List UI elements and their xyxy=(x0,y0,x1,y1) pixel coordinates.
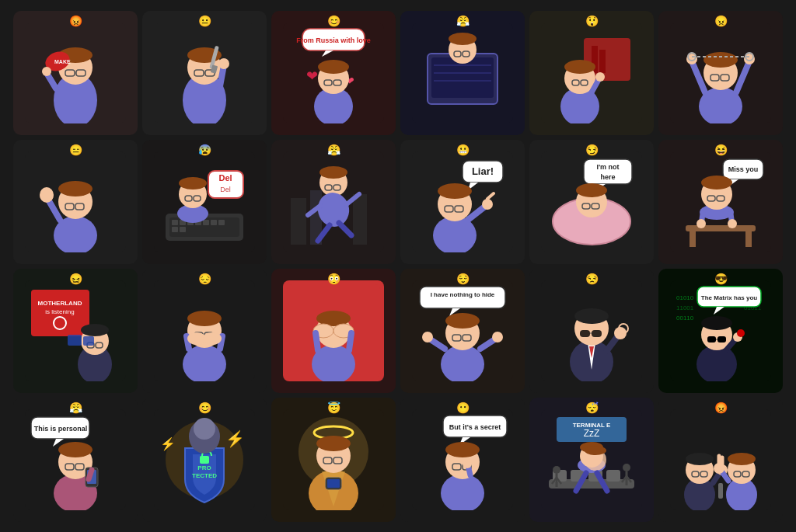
sticker-13[interactable]: 😖 MOTHERLAND is listening xyxy=(13,269,138,393)
emoji-3: 😊 xyxy=(327,15,340,27)
sticker-6[interactable]: 😠 xyxy=(658,11,783,135)
svg-point-70 xyxy=(58,181,93,196)
sticker-19[interactable]: 😤 This is personal xyxy=(13,398,138,522)
svg-point-21 xyxy=(218,58,229,69)
svg-point-238 xyxy=(194,418,215,440)
sticker-art-10: Liar! xyxy=(412,151,513,252)
emoji-20: 😊 xyxy=(198,402,211,414)
svg-line-176 xyxy=(349,333,351,350)
sticker-5[interactable]: 😲 xyxy=(529,11,654,135)
emoji-4: 😤 xyxy=(456,15,470,27)
svg-line-175 xyxy=(316,333,318,350)
sticker-art-20: PRO TECTED ⚡ ⚡ xyxy=(154,409,255,510)
svg-rect-215 xyxy=(717,336,726,342)
sticker-18[interactable]: 😎 01010 11001 00110 10110 01011 The Matr… xyxy=(658,269,783,393)
svg-rect-214 xyxy=(707,336,716,342)
sticker-art-14 xyxy=(154,280,255,381)
sticker-8[interactable]: 😰 Del Del xyxy=(142,140,267,264)
svg-rect-197 xyxy=(592,330,602,337)
sticker-15[interactable]: 😳 xyxy=(271,269,396,393)
sticker-art-16: I have nothing to hide xyxy=(412,280,513,381)
svg-rect-236 xyxy=(200,456,209,464)
svg-point-30 xyxy=(318,60,349,74)
svg-rect-196 xyxy=(580,330,590,337)
svg-point-139 xyxy=(701,176,732,190)
svg-rect-135 xyxy=(690,231,696,247)
svg-rect-136 xyxy=(745,231,752,247)
sticker-12[interactable]: 😆 Miss you xyxy=(658,140,783,264)
svg-text:Del: Del xyxy=(218,173,232,183)
sticker-art-8: Del Del xyxy=(154,151,255,252)
sticker-art-5 xyxy=(541,23,642,123)
svg-point-183 xyxy=(445,313,480,329)
sticker-24[interactable]: 😡 xyxy=(658,398,783,522)
sticker-art-13: MOTHERLAND is listening xyxy=(25,280,126,381)
svg-point-74 xyxy=(40,187,54,203)
emoji-23: 😴 xyxy=(585,402,599,414)
svg-point-100 xyxy=(319,166,347,179)
sticker-art-11: I'm not here xyxy=(541,151,642,252)
svg-point-53 xyxy=(595,72,605,82)
svg-text:From Russia with love: From Russia with love xyxy=(296,37,371,44)
svg-text:ZzZ: ZzZ xyxy=(584,428,600,439)
sticker-art-1: MAKE xyxy=(25,23,126,123)
sticker-14[interactable]: 😔 xyxy=(142,269,267,393)
sticker-art-18: 01010 11001 00110 10110 01011 The Matrix… xyxy=(670,280,771,381)
emoji-9: 😤 xyxy=(327,144,340,156)
emoji-11: 😏 xyxy=(585,144,599,156)
sticker-art-12: Miss you xyxy=(670,151,771,252)
sticker-grid: 😡 MAKE 😐 xyxy=(5,3,791,530)
svg-text:here: here xyxy=(600,173,615,181)
sticker-art-7 xyxy=(25,151,126,252)
svg-point-161 xyxy=(187,311,222,326)
svg-rect-272 xyxy=(606,470,620,482)
svg-point-114 xyxy=(438,183,472,199)
emoji-13: 😖 xyxy=(69,273,82,285)
emoji-1: 😡 xyxy=(69,15,82,27)
sticker-9[interactable]: 😤 xyxy=(271,140,396,264)
svg-text:01010: 01010 xyxy=(676,294,694,301)
svg-rect-134 xyxy=(686,225,756,231)
sticker-10[interactable]: 😬 Liar! xyxy=(400,140,525,264)
svg-text:Miss you: Miss you xyxy=(728,165,759,173)
sticker-7[interactable]: 😑 xyxy=(13,140,138,264)
sticker-art-6 xyxy=(670,23,771,123)
svg-point-92 xyxy=(179,177,207,190)
svg-point-145 xyxy=(728,219,737,228)
svg-text:MOTHERLAND: MOTHERLAND xyxy=(38,300,82,307)
sticker-16[interactable]: 😌 I have nothing to hide xyxy=(400,269,525,393)
svg-text:I'm not: I'm not xyxy=(596,163,619,171)
svg-point-291 xyxy=(686,453,714,465)
svg-rect-85 xyxy=(172,227,178,232)
svg-rect-96 xyxy=(291,198,306,245)
sticker-20[interactable]: 😊 PRO TECTED ⚡ ⚡ xyxy=(142,398,267,522)
sticker-21[interactable]: 😇 xyxy=(271,398,396,522)
svg-point-213 xyxy=(701,316,732,330)
sticker-4[interactable]: 😤 xyxy=(400,11,525,135)
svg-text:MAKE: MAKE xyxy=(54,59,71,64)
svg-text:But it's a secret: But it's a secret xyxy=(449,423,501,431)
sticker-22[interactable]: 😶 But it's a secret xyxy=(400,398,525,522)
sticker-17[interactable]: 😒 xyxy=(529,269,654,393)
sticker-23[interactable]: 😴 TERMINAL E ZzZ xyxy=(529,398,654,522)
sticker-3[interactable]: 😊 From Russia with love ❤ ❤ xyxy=(271,11,396,135)
sticker-1[interactable]: 😡 MAKE xyxy=(13,11,138,135)
svg-point-280 xyxy=(553,466,560,474)
svg-point-299 xyxy=(728,453,756,465)
sticker-art-9 xyxy=(283,151,384,252)
svg-point-247 xyxy=(316,436,351,451)
svg-text:00110: 00110 xyxy=(676,315,694,322)
svg-point-10 xyxy=(42,67,51,76)
svg-text:I have nothing to hide: I have nothing to hide xyxy=(431,291,495,298)
svg-point-226 xyxy=(58,442,93,457)
svg-point-219 xyxy=(737,329,745,337)
svg-text:❤: ❤ xyxy=(306,68,318,84)
emoji-17: 😒 xyxy=(585,273,599,285)
sticker-art-19: This is personal xyxy=(25,409,126,510)
svg-text:is listening: is listening xyxy=(45,308,74,315)
emoji-22: 😶 xyxy=(456,402,470,414)
svg-point-40 xyxy=(449,33,477,45)
svg-rect-86 xyxy=(180,227,186,232)
sticker-11[interactable]: 😏 I'm not here xyxy=(529,140,654,264)
sticker-2[interactable]: 😐 xyxy=(142,11,267,135)
